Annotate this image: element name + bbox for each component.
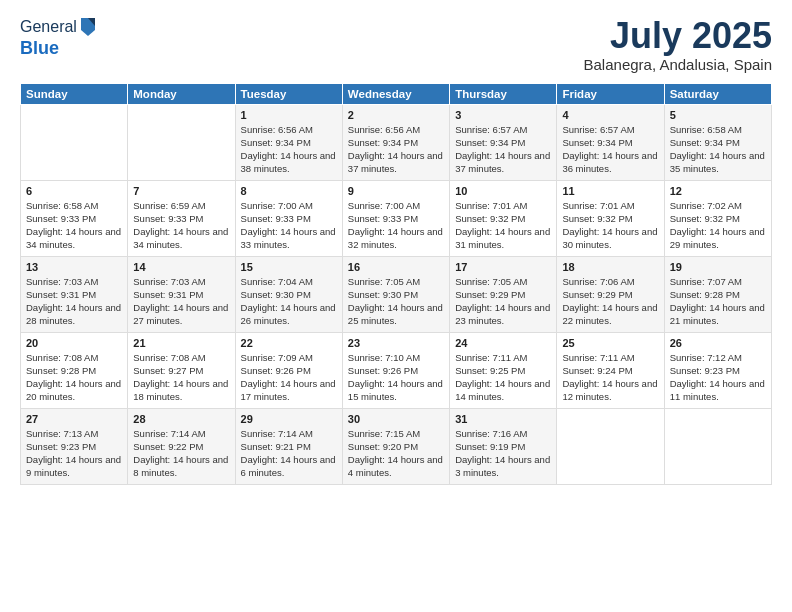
cell-text-line: Sunset: 9:30 PM [348,289,444,302]
cell-text-line: Sunrise: 6:56 AM [241,124,337,137]
cell-text-line: Sunset: 9:28 PM [26,365,122,378]
day-number: 23 [348,336,444,351]
page: General Blue July 2025 Balanegra, Andalu… [0,0,792,612]
day-number: 20 [26,336,122,351]
day-number: 25 [562,336,658,351]
weekday-header-tuesday: Tuesday [235,83,342,104]
cell-text-line: Daylight: 14 hours and 29 minutes. [670,226,766,252]
cell-text-line: Sunset: 9:26 PM [348,365,444,378]
day-number: 8 [241,184,337,199]
calendar-cell: 17Sunrise: 7:05 AMSunset: 9:29 PMDayligh… [450,256,557,332]
cell-text-line: Sunrise: 7:00 AM [241,200,337,213]
title-block: July 2025 Balanegra, Andalusia, Spain [584,16,772,73]
cell-text-line: Sunset: 9:33 PM [133,213,229,226]
cell-text-line: Sunset: 9:24 PM [562,365,658,378]
weekday-header-friday: Friday [557,83,664,104]
weekday-header-thursday: Thursday [450,83,557,104]
calendar-cell: 8Sunrise: 7:00 AMSunset: 9:33 PMDaylight… [235,180,342,256]
cell-text-line: Sunrise: 6:59 AM [133,200,229,213]
day-number: 29 [241,412,337,427]
cell-text-line: Sunset: 9:34 PM [455,137,551,150]
calendar-cell: 20Sunrise: 7:08 AMSunset: 9:28 PMDayligh… [21,332,128,408]
calendar-cell: 13Sunrise: 7:03 AMSunset: 9:31 PMDayligh… [21,256,128,332]
calendar-cell [664,408,771,484]
calendar-table: SundayMondayTuesdayWednesdayThursdayFrid… [20,83,772,485]
day-number: 28 [133,412,229,427]
cell-text-line: Sunset: 9:33 PM [348,213,444,226]
calendar-cell: 10Sunrise: 7:01 AMSunset: 9:32 PMDayligh… [450,180,557,256]
cell-text-line: Daylight: 14 hours and 37 minutes. [455,150,551,176]
cell-text-line: Daylight: 14 hours and 26 minutes. [241,302,337,328]
cell-text-line: Sunrise: 7:14 AM [133,428,229,441]
cell-text-line: Sunrise: 7:05 AM [455,276,551,289]
logo: General Blue [20,16,97,59]
cell-text-line: Daylight: 14 hours and 4 minutes. [348,454,444,480]
day-number: 6 [26,184,122,199]
cell-text-line: Daylight: 14 hours and 22 minutes. [562,302,658,328]
cell-text-line: Sunrise: 7:02 AM [670,200,766,213]
calendar-cell: 26Sunrise: 7:12 AMSunset: 9:23 PMDayligh… [664,332,771,408]
cell-text-line: Sunset: 9:34 PM [241,137,337,150]
cell-text-line: Sunset: 9:33 PM [241,213,337,226]
cell-text-line: Sunset: 9:22 PM [133,441,229,454]
cell-text-line: Sunrise: 7:09 AM [241,352,337,365]
cell-text-line: Sunrise: 6:58 AM [26,200,122,213]
cell-text-line: Sunset: 9:26 PM [241,365,337,378]
calendar-cell: 31Sunrise: 7:16 AMSunset: 9:19 PMDayligh… [450,408,557,484]
calendar-cell: 12Sunrise: 7:02 AMSunset: 9:32 PMDayligh… [664,180,771,256]
cell-text-line: Sunset: 9:32 PM [562,213,658,226]
cell-text-line: Sunrise: 7:12 AM [670,352,766,365]
day-number: 19 [670,260,766,275]
cell-text-line: Daylight: 14 hours and 25 minutes. [348,302,444,328]
cell-text-line: Daylight: 14 hours and 12 minutes. [562,378,658,404]
day-number: 1 [241,108,337,123]
day-number: 15 [241,260,337,275]
day-number: 24 [455,336,551,351]
header: General Blue July 2025 Balanegra, Andalu… [20,16,772,73]
cell-text-line: Daylight: 14 hours and 38 minutes. [241,150,337,176]
cell-text-line: Sunrise: 7:08 AM [133,352,229,365]
cell-text-line: Sunrise: 7:04 AM [241,276,337,289]
calendar-cell [557,408,664,484]
cell-text-line: Sunset: 9:31 PM [133,289,229,302]
calendar-cell: 21Sunrise: 7:08 AMSunset: 9:27 PMDayligh… [128,332,235,408]
day-number: 27 [26,412,122,427]
cell-text-line: Daylight: 14 hours and 6 minutes. [241,454,337,480]
calendar-cell: 16Sunrise: 7:05 AMSunset: 9:30 PMDayligh… [342,256,449,332]
cell-text-line: Sunset: 9:27 PM [133,365,229,378]
day-number: 10 [455,184,551,199]
cell-text-line: Daylight: 14 hours and 34 minutes. [133,226,229,252]
logo-blue: Blue [20,38,59,58]
calendar-cell: 7Sunrise: 6:59 AMSunset: 9:33 PMDaylight… [128,180,235,256]
cell-text-line: Sunset: 9:19 PM [455,441,551,454]
calendar-week-row: 20Sunrise: 7:08 AMSunset: 9:28 PMDayligh… [21,332,772,408]
day-number: 22 [241,336,337,351]
calendar-cell: 4Sunrise: 6:57 AMSunset: 9:34 PMDaylight… [557,104,664,180]
cell-text-line: Sunrise: 7:14 AM [241,428,337,441]
calendar-cell: 11Sunrise: 7:01 AMSunset: 9:32 PMDayligh… [557,180,664,256]
day-number: 11 [562,184,658,199]
cell-text-line: Sunset: 9:34 PM [562,137,658,150]
calendar-cell: 28Sunrise: 7:14 AMSunset: 9:22 PMDayligh… [128,408,235,484]
calendar-cell: 22Sunrise: 7:09 AMSunset: 9:26 PMDayligh… [235,332,342,408]
page-subtitle: Balanegra, Andalusia, Spain [584,56,772,73]
cell-text-line: Sunset: 9:34 PM [670,137,766,150]
day-number: 30 [348,412,444,427]
calendar-cell: 9Sunrise: 7:00 AMSunset: 9:33 PMDaylight… [342,180,449,256]
cell-text-line: Daylight: 14 hours and 14 minutes. [455,378,551,404]
day-number: 16 [348,260,444,275]
cell-text-line: Sunrise: 7:16 AM [455,428,551,441]
cell-text-line: Sunset: 9:32 PM [670,213,766,226]
cell-text-line: Sunrise: 7:05 AM [348,276,444,289]
cell-text-line: Sunrise: 7:15 AM [348,428,444,441]
cell-text-line: Sunrise: 6:56 AM [348,124,444,137]
calendar-cell: 29Sunrise: 7:14 AMSunset: 9:21 PMDayligh… [235,408,342,484]
weekday-header-saturday: Saturday [664,83,771,104]
calendar-cell: 15Sunrise: 7:04 AMSunset: 9:30 PMDayligh… [235,256,342,332]
cell-text-line: Sunset: 9:29 PM [562,289,658,302]
day-number: 17 [455,260,551,275]
weekday-header-row: SundayMondayTuesdayWednesdayThursdayFrid… [21,83,772,104]
cell-text-line: Daylight: 14 hours and 37 minutes. [348,150,444,176]
cell-text-line: Sunrise: 7:13 AM [26,428,122,441]
cell-text-line: Sunrise: 7:08 AM [26,352,122,365]
